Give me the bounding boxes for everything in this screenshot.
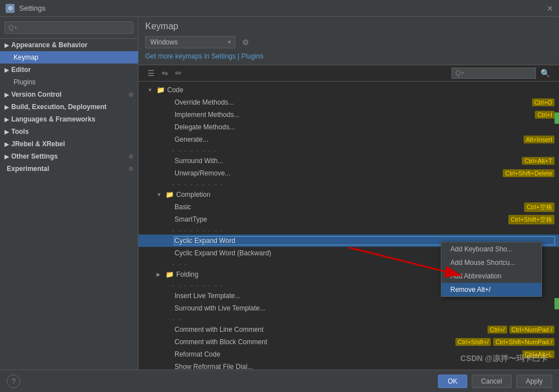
- tree-item-surround-live-template[interactable]: Surround with Live Template...: [138, 302, 559, 314]
- sidebar-search-container: [0, 17, 138, 39]
- tree-item-unwrap-remove[interactable]: Unwrap/Remove...Ctrl+Shift+Delete: [138, 167, 559, 179]
- tree-container[interactable]: ▼📁Code Override Methods...Ctrl+O Impleme…: [138, 82, 559, 370]
- sidebar-item-label: JRebel & XRebel: [11, 140, 65, 148]
- right-edge-indicator-2: [554, 298, 559, 309]
- tree-item-implement-methods[interactable]: Implement Methods...Ctrl+I: [138, 109, 559, 121]
- content-header: Keymap Windows macOS Default ⚙ Get more …: [138, 17, 559, 65]
- context-menu: Add Keyboard Sho...Add Mouse Shortcu...A…: [441, 242, 542, 297]
- right-edge-indicator-1: [554, 112, 559, 124]
- plugins-link[interactable]: Get more keymaps in Settings | Plugins: [145, 52, 263, 60]
- tree-item-label: Implement Methods...: [175, 111, 533, 119]
- sidebar-item-label: Appearance & Behavior: [11, 41, 87, 49]
- shortcut-badge: Ctrl+I: [535, 111, 554, 119]
- sidebar-item-languages[interactable]: ▶Languages & Frameworks: [0, 113, 138, 125]
- tree-item-label: Reformat Code: [175, 350, 520, 358]
- shortcut-badge: Ctrl+Alt+T: [522, 157, 554, 165]
- tree-item-basic[interactable]: BasicCtrl+空格: [138, 201, 559, 213]
- search-input[interactable]: [451, 67, 536, 79]
- sidebar-item-build[interactable]: ▶Build, Execution, Deployment: [0, 101, 138, 113]
- keymap-select[interactable]: Windows macOS Default: [145, 36, 235, 48]
- expand-arrow: ▶: [5, 116, 9, 123]
- tree-item-code-folder[interactable]: ▼📁Code: [138, 84, 559, 96]
- tree-item-comment-block[interactable]: Comment with Block CommentCtrl+Shift+/Ct…: [138, 336, 559, 348]
- tree-item-label: Code: [167, 86, 554, 94]
- search-settings-button[interactable]: 🔍: [538, 67, 552, 79]
- folder-icon: 📁: [166, 271, 174, 278]
- folder-icon: 📁: [166, 191, 174, 199]
- sidebar-item-label: Experimental: [7, 165, 49, 173]
- tree-separator: - - - - - - - -: [138, 146, 559, 155]
- sidebar-items: ▶Appearance & Behavior Keymap▶Editor Plu…: [0, 39, 138, 175]
- folder-arrow: ▼: [147, 87, 156, 93]
- context-menu-item-add-abbreviation[interactable]: Add Abbreviation: [441, 269, 542, 283]
- sidebar-item-plugins[interactable]: Plugins: [0, 76, 138, 88]
- expand-arrow: ▶: [5, 92, 9, 98]
- tree-item-delegate-methods[interactable]: Delegate Methods...: [138, 121, 559, 133]
- tree-separator: - -: [138, 314, 559, 323]
- keymap-controls: Windows macOS Default ⚙: [145, 36, 552, 48]
- sidebar-item-keymap[interactable]: Keymap: [0, 51, 138, 64]
- bottom-bar: ? OK Cancel Apply: [0, 370, 559, 392]
- app-icon: ⚙: [6, 4, 15, 13]
- tree-item-completion-folder[interactable]: ▼📁Completion: [138, 188, 559, 201]
- sidebar-item-experimental[interactable]: Experimental⚙: [0, 163, 138, 175]
- sidebar-search-input[interactable]: [5, 21, 133, 34]
- tree-item-smarttype[interactable]: SmartTypeCtrl+Shift+空格: [138, 213, 559, 226]
- tree-item-label: Delegate Methods...: [175, 123, 554, 131]
- context-menu-item-add-mouse[interactable]: Add Mouse Shortcu...: [441, 256, 542, 269]
- help-button[interactable]: ?: [7, 375, 20, 388]
- tree-item-comment-line[interactable]: Comment with Line CommentCtrl+/Ctrl+NumP…: [138, 323, 559, 336]
- expand-arrow: ▶: [5, 129, 9, 135]
- tree-item-override-methods[interactable]: Override Methods...Ctrl+O: [138, 96, 559, 109]
- tree-item-label: Surround With...: [175, 157, 520, 165]
- toolbar-search: 🔍: [451, 67, 552, 79]
- tree-item-label: Surround with Live Template...: [175, 304, 554, 312]
- close-button[interactable]: ✕: [547, 4, 553, 13]
- sidebar-item-label: Version Control: [11, 91, 61, 98]
- tree-item-label: SmartType: [175, 215, 506, 223]
- shortcut-badge: Ctrl+NumPad /: [509, 326, 554, 334]
- sidebar-item-label: Build, Execution, Deployment: [11, 103, 106, 111]
- expand-arrow: ▶: [5, 154, 9, 160]
- sidebar-item-label: Languages & Frameworks: [11, 115, 95, 123]
- bottom-buttons: OK Cancel Apply: [438, 375, 552, 388]
- sidebar-item-editor[interactable]: ▶Editor: [0, 64, 138, 76]
- tree-item-label: Generate...: [175, 136, 521, 143]
- main-layout: ▶Appearance & Behavior Keymap▶Editor Plu…: [0, 17, 559, 370]
- sidebar-item-jrebel[interactable]: ▶JRebel & XRebel: [0, 138, 138, 150]
- shortcut-badge: Ctrl+空格: [524, 202, 554, 212]
- sidebar-item-version-control[interactable]: ▶Version Control⚙: [0, 88, 138, 101]
- shortcut-badge: Ctrl+Shift+Delete: [503, 169, 554, 177]
- cancel-button[interactable]: Cancel: [472, 375, 512, 388]
- tree-item-surround-with[interactable]: Surround With...Ctrl+Alt+T: [138, 155, 559, 167]
- shortcut-badge: Ctrl+Shift+空格: [508, 215, 554, 224]
- gear-button[interactable]: ⚙: [240, 37, 252, 48]
- folder-arrow: ▶: [156, 272, 166, 277]
- tree-item-reformat-code[interactable]: Reformat CodeCtrl+Alt+L: [138, 348, 559, 361]
- sidebar-item-tools[interactable]: ▶Tools: [0, 125, 138, 138]
- sidebar-item-label: Other Settings: [11, 152, 58, 160]
- expand-arrow: ▶: [5, 67, 9, 73]
- settings-icon: ⚙: [128, 166, 133, 172]
- context-menu-item-remove-alt[interactable]: Remove Alt+/: [441, 283, 542, 296]
- sidebar-item-other[interactable]: ▶Other Settings⚙: [0, 150, 138, 163]
- tree-item-label: Override Methods...: [175, 98, 530, 106]
- sidebar: ▶Appearance & Behavior Keymap▶Editor Plu…: [0, 17, 138, 370]
- edit-button[interactable]: ✏: [173, 67, 184, 79]
- shortcut-badge: Ctrl+Shift+NumPad /: [493, 338, 554, 346]
- content-title: Keymap: [145, 21, 552, 31]
- tree-item-label: Comment with Line Comment: [175, 326, 485, 334]
- tree-item-generate[interactable]: Generate...Alt+Insert: [138, 133, 559, 146]
- collapse-all-button[interactable]: ⇋: [159, 67, 171, 79]
- context-menu-item-add-keyboard[interactable]: Add Keyboard Sho...: [441, 242, 542, 256]
- sidebar-item-label: Plugins: [14, 78, 35, 86]
- sidebar-item-label: Tools: [11, 128, 29, 136]
- title-bar: ⚙ Settings ✕: [0, 0, 559, 17]
- ok-button[interactable]: OK: [438, 375, 467, 388]
- tree-item-label: Show Reformat File Dial...: [175, 363, 554, 370]
- sidebar-item-appearance[interactable]: ▶Appearance & Behavior: [0, 39, 138, 51]
- expand-all-button[interactable]: ☰: [145, 67, 157, 79]
- settings-icon: ⚙: [128, 92, 133, 98]
- apply-button[interactable]: Apply: [516, 375, 552, 388]
- tree-item-show-reformat[interactable]: Show Reformat File Dial...: [138, 361, 559, 370]
